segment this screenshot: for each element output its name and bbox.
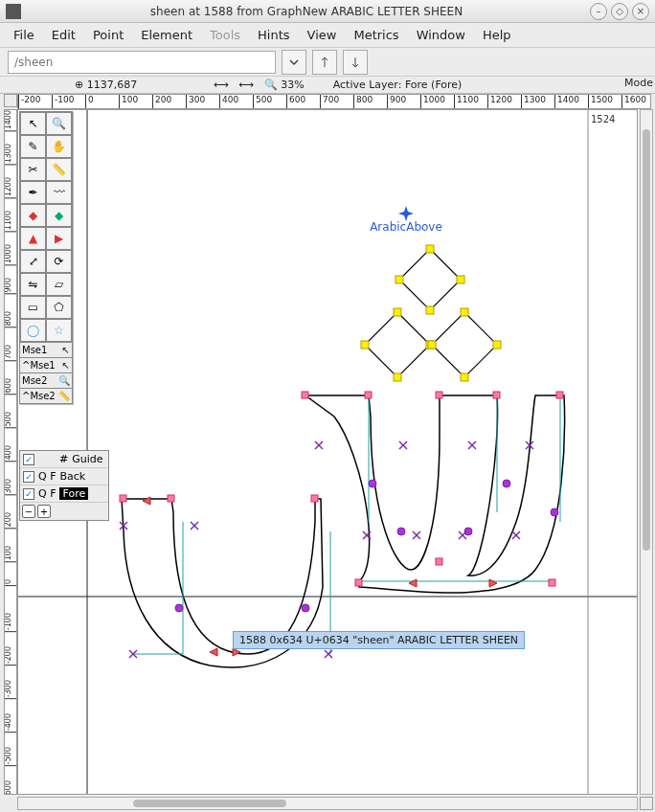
menu-file[interactable]: File: [6, 25, 42, 45]
svg-point-32: [397, 528, 405, 535]
glyph-canvas[interactable]: ArabicAbove: [17, 109, 638, 795]
info-bar: ⊕ 1137,687 ⟷ ⟷ 🔍 33% Active Layer: Fore …: [0, 77, 655, 94]
mouse-btn-2[interactable]: Mse2🔍: [20, 372, 72, 388]
poly-tool[interactable]: ⬠: [46, 296, 72, 319]
hv-curve-point-tool[interactable]: ◆: [46, 204, 72, 227]
svg-point-35: [551, 508, 558, 516]
svg-rect-18: [302, 392, 308, 398]
svg-rect-15: [120, 495, 126, 502]
svg-rect-20: [436, 392, 442, 398]
anchor-above-label: ArabicAbove: [370, 220, 442, 234]
svg-rect-19: [365, 392, 372, 398]
scale-tool[interactable]: ⤢: [20, 250, 46, 273]
vertical-scrollbar[interactable]: [640, 109, 653, 795]
close-button[interactable]: ×: [632, 3, 649, 20]
back-visible-checkbox[interactable]: ✓: [23, 471, 34, 483]
layer-guide-row[interactable]: ✓ # Guide: [20, 451, 108, 468]
rotate-tool[interactable]: ⟳: [46, 250, 72, 273]
ruler-tool[interactable]: 📏: [46, 158, 72, 181]
glyph-name-input[interactable]: [8, 51, 276, 74]
layer-fore-row[interactable]: ✓ Q F Fore: [20, 485, 108, 503]
title-bar: sheen at 1588 from GraphNew ARABIC LETTE…: [0, 0, 655, 23]
glyph-drawing: ArabicAbove: [18, 110, 638, 795]
next-defined-button[interactable]: [343, 50, 368, 75]
svg-rect-4: [457, 276, 464, 283]
add-layer-button[interactable]: +: [37, 505, 51, 518]
tangent-point-tool[interactable]: ▶: [46, 227, 72, 250]
minimize-button[interactable]: –: [590, 3, 607, 20]
menu-window[interactable]: Window: [409, 25, 473, 45]
svg-rect-6: [395, 276, 403, 283]
scroll-corner: [640, 797, 653, 810]
svg-marker-30: [143, 497, 150, 505]
ellipse-tool[interactable]: ◯: [20, 319, 46, 342]
menu-point[interactable]: Point: [85, 25, 131, 45]
svg-rect-9: [394, 373, 401, 381]
mouse-btn-1[interactable]: Mse1↖: [20, 342, 72, 357]
mouse-btn-2-ctrl[interactable]: ^Mse2📏: [20, 388, 72, 403]
svg-rect-13: [461, 373, 468, 381]
fore-visible-checkbox[interactable]: ✓: [23, 488, 34, 500]
menu-element[interactable]: Element: [133, 25, 200, 45]
svg-rect-12: [493, 341, 501, 349]
ruler-corner: [4, 94, 17, 107]
hand-tool[interactable]: ✋: [46, 135, 72, 158]
svg-rect-22: [556, 392, 563, 398]
menu-bar: File Edit Point Element Tools Hints View…: [0, 23, 655, 48]
svg-rect-3: [426, 245, 434, 253]
horizontal-ruler: -200-10001002003004005006007008009001000…: [17, 94, 651, 109]
svg-rect-14: [428, 341, 436, 349]
svg-rect-7: [394, 308, 401, 316]
active-layer-label: Active Layer: Fore (Fore): [333, 79, 463, 91]
spiro-tool[interactable]: 〰: [46, 181, 72, 204]
svg-rect-24: [436, 558, 442, 565]
v-scroll-thumb[interactable]: [643, 129, 650, 551]
svg-point-37: [302, 604, 309, 612]
cut-tool[interactable]: ✂: [20, 158, 46, 181]
pen-tool[interactable]: ✒: [20, 181, 46, 204]
h-scroll-thumb[interactable]: [133, 800, 286, 807]
top-toolbar: [0, 48, 655, 77]
magnify-tool[interactable]: 🔍: [46, 112, 72, 135]
mouse-btn-1-ctrl[interactable]: ^Mse1↖: [20, 357, 72, 372]
flip-tool[interactable]: ⇋: [20, 273, 46, 296]
vertical-ruler: 1400130012001100100090080070060050040030…: [4, 109, 17, 795]
svg-point-34: [503, 480, 510, 487]
svg-rect-17: [311, 495, 318, 502]
rect-tool[interactable]: ▭: [20, 296, 46, 319]
guide-visible-checkbox[interactable]: ✓: [23, 454, 34, 465]
window-title: sheen at 1588 from GraphNew ARABIC LETTE…: [27, 5, 586, 18]
star-tool[interactable]: ☆: [46, 319, 72, 342]
cursor-coords: 1137,687: [87, 79, 138, 91]
layers-palette[interactable]: ✓ # Guide ✓ Q F Back ✓ Q F Fore − +: [19, 450, 109, 521]
svg-marker-29: [489, 579, 497, 587]
remove-layer-button[interactable]: −: [22, 505, 35, 518]
horizontal-scrollbar[interactable]: [17, 797, 638, 810]
menu-view[interactable]: View: [300, 25, 345, 45]
glyph-tooltip: 1588 0x634 U+0634 "sheen" ARABIC LETTER …: [233, 631, 525, 649]
prev-defined-button[interactable]: [312, 50, 337, 75]
wordlist-dropdown-button[interactable]: [282, 50, 306, 75]
curve-point-tool[interactable]: ◆: [20, 204, 46, 227]
svg-rect-11: [461, 308, 468, 316]
app-icon: [6, 4, 21, 19]
tool-palette[interactable]: ↖🔍 ✎✋ ✂📏 ✒〰 ◆◆ ▲▶ ⤢⟳ ⇋▱ ▭⬠ ◯☆ Mse1↖ ^Mse…: [19, 111, 73, 404]
menu-edit[interactable]: Edit: [44, 25, 83, 45]
svg-marker-28: [409, 579, 417, 587]
maximize-button[interactable]: ◇: [611, 3, 628, 20]
svg-rect-23: [355, 579, 362, 586]
menu-help[interactable]: Help: [475, 25, 519, 45]
pointer-tool[interactable]: ↖: [20, 112, 46, 135]
svg-rect-10: [361, 341, 369, 349]
svg-point-31: [369, 480, 376, 487]
menu-hints[interactable]: Hints: [250, 25, 298, 45]
layer-back-row[interactable]: ✓ Q F Back: [20, 468, 108, 485]
skew-tool[interactable]: ▱: [46, 273, 72, 296]
menu-tools[interactable]: Tools: [202, 25, 248, 45]
menu-metrics[interactable]: Metrics: [346, 25, 406, 45]
corner-point-tool[interactable]: ▲: [20, 227, 46, 250]
svg-rect-21: [493, 392, 500, 398]
mode-label: Mode: [624, 77, 653, 89]
svg-rect-5: [426, 306, 434, 314]
freehand-tool[interactable]: ✎: [20, 135, 46, 158]
